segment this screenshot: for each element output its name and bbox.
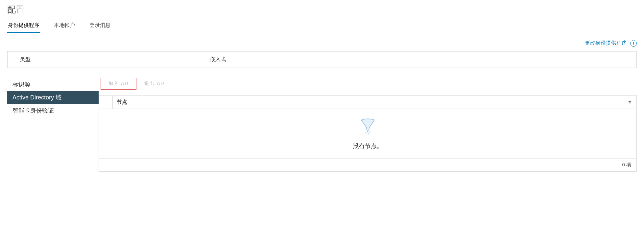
grid-footer: 0 项 — [99, 158, 636, 171]
tab-local-accounts[interactable]: 本地帐户 — [53, 20, 76, 33]
funnel-icon — [359, 117, 377, 137]
change-identity-provider-link[interactable]: 更改身份提供程序 — [585, 40, 627, 47]
grid-footer-count: 0 项 — [622, 162, 631, 168]
grid-body: 没有节点。 — [99, 109, 636, 158]
grid-empty-message: 没有节点。 — [353, 142, 383, 150]
action-bar: 更改身份提供程序 i — [0, 33, 644, 50]
main-content: 加入 AD 退出 AD 节点 — [99, 78, 644, 172]
leave-ad-button[interactable]: 退出 AD — [136, 78, 172, 90]
sidebar-item-smart-card-auth[interactable]: 智能卡身份验证 — [7, 104, 99, 117]
grid-column-node[interactable]: 节点 — [113, 99, 623, 106]
ad-actions: 加入 AD 退出 AD — [99, 78, 637, 90]
type-panel: 类型 嵌入式 — [7, 51, 637, 68]
tab-identity-provider[interactable]: 身份提供程序 — [7, 20, 40, 33]
join-ad-button[interactable]: 加入 AD — [101, 78, 136, 90]
sidebar-item-active-directory-domain[interactable]: Active Directory 域 — [7, 91, 99, 104]
svg-point-1 — [366, 131, 370, 133]
tabs: 身份提供程序 本地帐户 登录消息 — [0, 20, 644, 33]
grid-header: 节点 — [99, 96, 636, 109]
grid-select-column — [99, 96, 113, 109]
type-label: 类型 — [13, 56, 210, 63]
sidebar-item-identity-sources[interactable]: 标识源 — [7, 78, 99, 91]
filter-icon[interactable] — [623, 100, 636, 105]
tab-login-message[interactable]: 登录消息 — [89, 20, 111, 33]
type-value: 嵌入式 — [210, 56, 226, 63]
sidebar: 标识源 Active Directory 域 智能卡身份验证 — [0, 78, 99, 117]
nodes-grid: 节点 没有节点。 — [99, 95, 637, 172]
page-title: 配置 — [0, 4, 644, 20]
info-icon[interactable]: i — [630, 40, 637, 47]
